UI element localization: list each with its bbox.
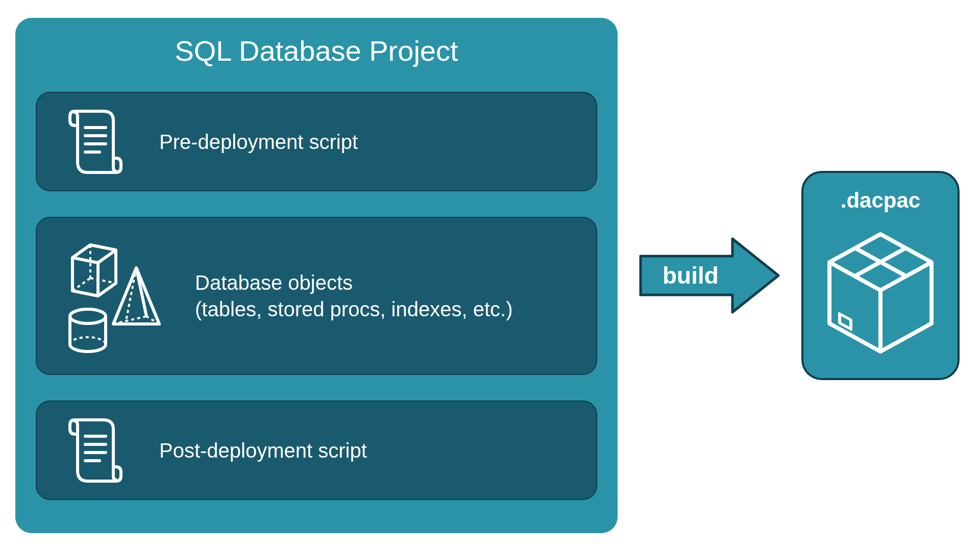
arrow-label: build [663,262,719,289]
script-icon [62,106,129,178]
pre-deployment-card: Pre-deployment script [36,92,597,191]
project-title: SQL Database Project [36,18,597,92]
build-arrow: build [638,235,781,316]
pre-deployment-label: Pre-deployment script [159,129,358,155]
svg-line-10 [126,268,136,320]
svg-point-11 [70,309,106,323]
svg-line-7 [72,278,90,291]
sql-project-panel: SQL Database Project Pre-deployment scri… [15,18,618,533]
svg-rect-21 [840,314,851,329]
package-icon [819,223,942,363]
post-deployment-card: Post-deployment script [36,400,597,500]
database-objects-label: Database objects (tables, stored procs, … [195,269,513,322]
shapes-icon [62,235,175,357]
script-icon [62,415,129,486]
dacpac-label: .dacpac [841,188,920,213]
diagram-container: SQL Database Project Pre-deployment scri… [15,10,965,541]
database-objects-card: Database objects (tables, stored procs, … [36,217,597,375]
post-deployment-label: Post-deployment script [159,437,367,464]
svg-line-6 [90,278,116,283]
dacpac-output: .dacpac [801,171,960,380]
